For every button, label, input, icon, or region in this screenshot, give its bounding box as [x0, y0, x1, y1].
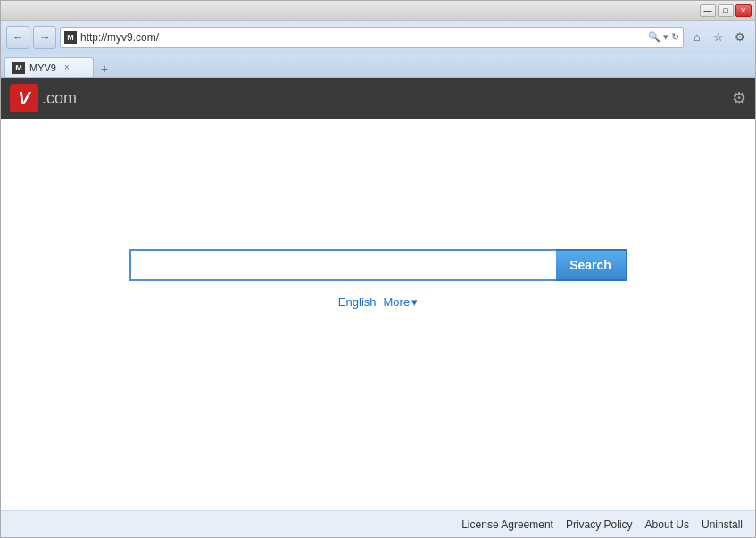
refresh-icon[interactable]: ↻ [671, 31, 679, 43]
maximize-button[interactable]: □ [718, 4, 734, 17]
toolbar-gear-icon[interactable]: ⚙ [732, 88, 746, 108]
toolbar-icons: ⌂ ☆ ⚙ [687, 28, 750, 47]
forward-icon: → [39, 30, 51, 44]
logo-suffix: .com [42, 89, 77, 108]
new-tab-button[interactable]: + [96, 61, 113, 77]
browser-window: — □ ✕ ← → M 🔍 ▾ ↻ ⌂ ☆ [0, 0, 756, 538]
myv9-logo: V .com [10, 84, 77, 112]
tab-bar: M MYV9 × + [1, 54, 755, 78]
address-bar-icons: 🔍 ▾ ↻ [648, 31, 679, 43]
minimize-button[interactable]: — [700, 4, 716, 17]
v9-badge: V [10, 84, 38, 112]
settings-button[interactable]: ⚙ [730, 28, 750, 47]
search-input[interactable] [129, 249, 556, 281]
back-icon: ← [12, 30, 24, 44]
active-tab[interactable]: M MYV9 × [4, 57, 94, 77]
search-row: Search [129, 249, 627, 281]
uninstall-link[interactable]: Uninstall [702, 518, 743, 531]
tab-close-button[interactable]: × [64, 62, 70, 72]
main-content: Search English More▾ [1, 119, 755, 510]
english-link[interactable]: English [338, 295, 377, 309]
nav-bar: ← → M 🔍 ▾ ↻ ⌂ ☆ ⚙ [1, 21, 755, 54]
search-button[interactable]: Search [556, 249, 627, 281]
tab-label: MYV9 [29, 62, 56, 73]
privacy-policy-link[interactable]: Privacy Policy [566, 518, 633, 531]
home-button[interactable]: ⌂ [687, 28, 707, 47]
search-area: Search English More▾ [129, 249, 627, 309]
address-separator: ▾ [663, 31, 669, 43]
window-controls: — □ ✕ [700, 4, 752, 17]
star-icon: ☆ [713, 30, 724, 44]
footer: License Agreement Privacy Policy About U… [1, 510, 755, 537]
address-favicon: M [64, 31, 77, 44]
tab-favicon: M [12, 62, 25, 74]
about-us-link[interactable]: About Us [645, 518, 689, 531]
myv9-toolbar: V .com ⚙ [1, 78, 755, 119]
logo-letter: V [18, 88, 29, 109]
favorites-button[interactable]: ☆ [709, 28, 728, 47]
close-button[interactable]: ✕ [735, 4, 752, 17]
language-row: English More▾ [338, 295, 418, 309]
back-button[interactable]: ← [6, 26, 29, 49]
more-arrow-icon: ▾ [411, 295, 418, 309]
title-bar: — □ ✕ [1, 1, 755, 21]
gear-icon: ⚙ [735, 30, 745, 44]
home-icon: ⌂ [694, 30, 701, 44]
more-label: More [384, 295, 411, 309]
forward-button[interactable]: → [33, 26, 56, 49]
address-bar[interactable]: M 🔍 ▾ ↻ [60, 27, 684, 48]
address-input[interactable] [80, 31, 644, 44]
license-agreement-link[interactable]: License Agreement [461, 518, 553, 531]
more-link[interactable]: More▾ [384, 295, 419, 309]
search-icon: 🔍 [648, 31, 660, 43]
